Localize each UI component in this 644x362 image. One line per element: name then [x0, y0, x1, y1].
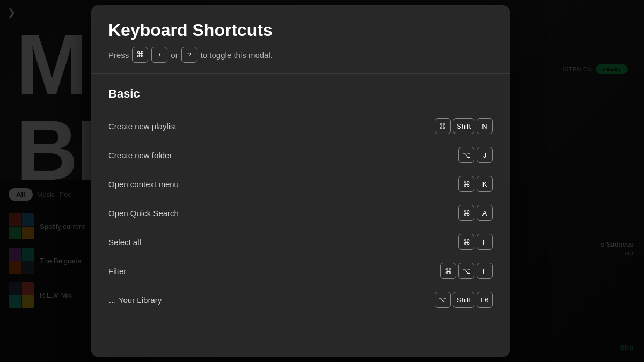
key-f-fi: F: [477, 263, 493, 279]
modal-body: Basic Create new playlist ⌘ Shift N Crea…: [91, 74, 510, 357]
modal-header: Keyboard Shortcuts Press ⌘ / or ? to tog…: [91, 5, 510, 74]
shortcut-row-quick-search: Open Quick Search ⌘ A: [108, 198, 493, 227]
key-alt-yl: ⌥: [435, 292, 451, 308]
header-question-key: ?: [181, 47, 197, 63]
shortcut-keys-your-library: ⌥ Shift F6: [435, 292, 493, 308]
key-k-cm: K: [477, 176, 493, 192]
header-slash-key: /: [151, 47, 167, 63]
shortcut-label-quick-search: Open Quick Search: [108, 209, 179, 218]
key-cmd-cm: ⌘: [458, 176, 474, 192]
shortcut-row-select-all: Select all ⌘ F: [108, 227, 493, 256]
shortcut-keys-quick-search: ⌘ A: [458, 205, 493, 221]
key-f-sa: F: [477, 234, 493, 250]
section-heading-basic: Basic: [108, 87, 493, 101]
shortcut-keys-context-menu: ⌘ K: [458, 176, 493, 192]
key-cmd-qs: ⌘: [458, 205, 474, 221]
shortcut-label-context-menu: Open context menu: [108, 180, 179, 189]
cmd-icon-np: ⌘: [439, 122, 446, 130]
key-a-qs: A: [477, 205, 493, 221]
key-alt-fi: ⌥: [458, 263, 474, 279]
key-j-nf: J: [477, 147, 493, 163]
keyboard-shortcuts-modal: Keyboard Shortcuts Press ⌘ / or ? to tog…: [91, 5, 510, 357]
shortcut-keys-new-playlist: ⌘ Shift N: [435, 118, 493, 134]
shortcut-row-new-playlist: Create new playlist ⌘ Shift N: [108, 112, 493, 141]
key-alt-nf: ⌥: [458, 147, 474, 163]
key-cmd-fi: ⌘: [440, 263, 456, 279]
shortcut-keys-filter: ⌘ ⌥ F: [440, 263, 493, 279]
shortcut-row-your-library: … Your Library ⌥ Shift F6: [108, 285, 493, 314]
modal-title: Keyboard Shortcuts: [108, 20, 493, 40]
key-cmd-sa: ⌘: [458, 234, 474, 250]
subtitle-or: or: [171, 50, 178, 60]
key-shift-yl: Shift: [453, 292, 474, 308]
key-cmd-np: ⌘: [435, 118, 451, 134]
header-cmd-key: ⌘: [132, 47, 148, 63]
key-shift-np: Shift: [453, 118, 474, 134]
key-n-np: N: [477, 118, 493, 134]
shortcut-label-select-all: Select all: [108, 238, 141, 247]
subtitle-press: Press: [108, 50, 129, 60]
shortcut-label-filter: Filter: [108, 267, 126, 276]
modal-subtitle: Press ⌘ / or ? to toggle this modal.: [108, 47, 493, 63]
shortcut-label-new-folder: Create new folder: [108, 151, 172, 160]
shortcut-row-context-menu: Open context menu ⌘ K: [108, 169, 493, 198]
shortcut-keys-select-all: ⌘ F: [458, 234, 493, 250]
shortcut-row-new-folder: Create new folder ⌥ J: [108, 141, 493, 169]
shortcut-label-your-library: … Your Library: [108, 295, 162, 305]
key-f6-yl: F6: [477, 292, 493, 308]
subtitle-toggle: to toggle this modal.: [201, 50, 273, 60]
shortcut-keys-new-folder: ⌥ J: [458, 147, 493, 163]
shortcut-label-new-playlist: Create new playlist: [108, 122, 177, 131]
shortcut-row-filter: Filter ⌘ ⌥ F: [108, 256, 493, 285]
cmd-symbol: ⌘: [136, 50, 144, 60]
